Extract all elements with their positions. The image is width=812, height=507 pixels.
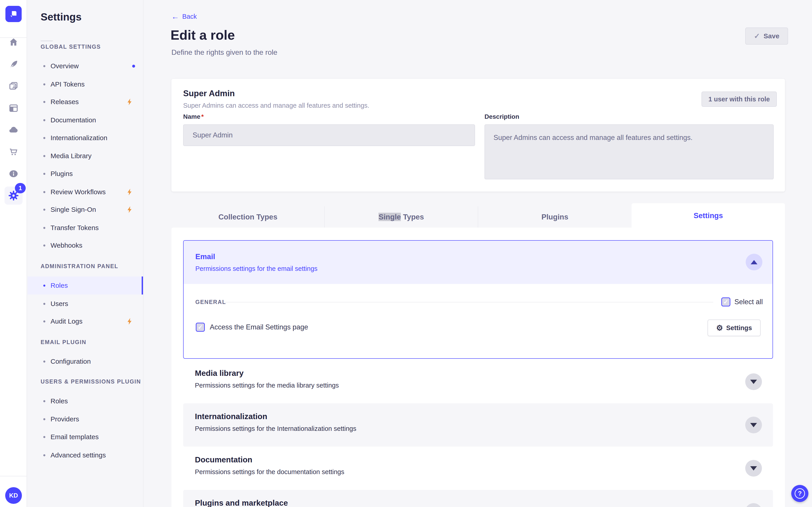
bullet-icon [43, 436, 45, 438]
section-header-administration-panel: ADMINISTRATION PANEL [41, 263, 118, 270]
sidebar-item-configuration[interactable]: Configuration [28, 352, 143, 371]
name-field-label: Name* [183, 113, 204, 120]
accordion-email-header[interactable]: Email Permissions settings for the email… [184, 241, 772, 284]
sidebar-item-plugins[interactable]: Plugins [28, 165, 143, 183]
sidebar-item-email-templates[interactable]: Email templates [28, 428, 143, 446]
sidebar-item-audit-logs[interactable]: Audit Logs [28, 312, 143, 330]
bullet-icon [43, 173, 45, 175]
bullet-icon [43, 454, 45, 456]
description-textarea[interactable]: Super Admins can access and manage all f… [485, 124, 774, 179]
description-field-label: Description [485, 113, 519, 120]
home-icon[interactable] [4, 33, 22, 51]
tab-single-types[interactable]: Single Types [325, 207, 478, 228]
accordion-plugins-marketplace[interactable]: Plugins and marketplace [183, 490, 773, 507]
marketplace-cart-icon[interactable] [4, 143, 22, 161]
strapi-logo-icon [9, 9, 18, 19]
lightning-icon [126, 98, 134, 105]
lightning-icon [126, 206, 134, 213]
accordion-media-library[interactable]: Media library Permissions settings for t… [183, 360, 773, 403]
role-name-heading: Super Admin [183, 89, 235, 98]
sidebar-item-roles-up[interactable]: Roles [28, 392, 143, 410]
bullet-icon [43, 321, 45, 323]
sidebar-item-providers[interactable]: Providers [28, 410, 143, 428]
expand-button[interactable] [745, 417, 762, 433]
bullet-icon [43, 191, 45, 193]
question-mark-icon: ? [795, 488, 805, 499]
information-icon[interactable] [4, 165, 22, 183]
permission-checkbox[interactable]: ✓ [196, 323, 205, 332]
subnav-divider [41, 41, 53, 41]
notification-dot-icon [132, 65, 135, 68]
bullet-icon [43, 65, 45, 67]
permission-label: Access the Email Settings page [210, 323, 308, 331]
bullet-icon [43, 227, 45, 229]
section-header-users-permissions-plugin: USERS & PERMISSIONS PLUGIN [41, 378, 141, 385]
accordion-email-subtitle: Permissions settings for the email setti… [195, 265, 317, 272]
bullet-icon [43, 360, 45, 362]
gear-icon: ⚙ [716, 324, 723, 332]
bullet-icon [43, 155, 45, 157]
tab-collection-types[interactable]: Collection Types [171, 207, 325, 228]
help-button[interactable]: ? [791, 485, 808, 502]
layout-icon[interactable] [4, 99, 22, 117]
sidebar-item-media-library[interactable]: Media Library [28, 147, 143, 165]
sidebar-item-advanced-settings[interactable]: Advanced settings [28, 446, 143, 464]
sidebar-item-releases[interactable]: Releases [28, 93, 143, 111]
strapi-logo[interactable] [5, 6, 22, 22]
bullet-icon [43, 400, 45, 402]
email-settings-button[interactable]: ⚙ Settings [708, 320, 761, 336]
users-with-role-button[interactable]: 1 user with this role [702, 92, 777, 107]
bullet-icon [43, 137, 45, 139]
required-asterisk: * [201, 113, 204, 120]
role-description-text: Super Admins can access and manage all f… [183, 102, 369, 109]
save-button[interactable]: ✓ Save [745, 27, 788, 45]
sidebar-item-review-workflows[interactable]: Review Workflows [28, 183, 143, 201]
chevron-down-icon [750, 466, 757, 470]
section-header-global-settings: GLOBAL SETTINGS [41, 44, 101, 50]
section-header-email-plugin: EMAIL PLUGIN [41, 339, 86, 345]
sidebar-item-roles-admin[interactable]: Roles [28, 277, 143, 294]
tab-plugins[interactable]: Plugins [478, 207, 631, 228]
expand-button[interactable] [745, 460, 762, 476]
icon-rail: 1 KD [0, 0, 27, 507]
sidebar-item-single-sign-on[interactable]: Single Sign-On [28, 201, 143, 219]
sidebar-item-documentation[interactable]: Documentation [28, 111, 143, 129]
accordion-documentation[interactable]: Documentation Permissions settings for t… [183, 447, 773, 490]
cloud-icon[interactable] [4, 121, 22, 139]
sidebar-item-transfer-tokens[interactable]: Transfer Tokens [28, 219, 143, 237]
rail-bottom-divider [0, 476, 27, 476]
content-type-builder-icon[interactable] [4, 55, 22, 73]
accordion-internationalization[interactable]: Internationalization Permissions setting… [183, 403, 773, 447]
back-link[interactable]: ← Back [171, 13, 197, 20]
select-all-control: ✓ Select all [721, 297, 763, 306]
sidebar-item-overview[interactable]: Overview [28, 57, 143, 75]
expand-button[interactable] [745, 503, 762, 507]
selected-text: Single [378, 213, 401, 221]
name-input[interactable]: Super Admin [183, 124, 475, 146]
select-all-checkbox[interactable]: ✓ [721, 297, 730, 306]
bullet-icon [43, 209, 45, 211]
page-subtitle: Define the rights given to the role [171, 48, 277, 57]
sidebar-item-internationalization[interactable]: Internationalization [28, 129, 143, 147]
bullet-icon [43, 303, 45, 305]
sidebar-item-users[interactable]: Users [28, 295, 143, 313]
expand-button[interactable] [745, 374, 762, 390]
subnav-title: Settings [41, 11, 82, 23]
sidebar-item-webhooks[interactable]: Webhooks [28, 236, 143, 255]
back-arrow-icon: ← [171, 13, 179, 20]
bullet-icon [43, 244, 45, 246]
chevron-down-icon [750, 423, 757, 427]
media-library-icon[interactable] [4, 77, 22, 95]
tab-settings[interactable]: Settings [631, 203, 785, 228]
settings-subnav: Settings GLOBAL SETTINGS Overview API To… [28, 0, 144, 507]
role-details-card: Super Admin Super Admins can access and … [171, 79, 785, 191]
user-avatar[interactable]: KD [5, 487, 22, 504]
chevron-up-icon [751, 260, 757, 264]
collapse-button[interactable] [746, 254, 762, 270]
sidebar-item-api-tokens[interactable]: API Tokens [28, 75, 143, 93]
bullet-icon [43, 418, 45, 420]
settings-permissions-panel: Email Permissions settings for the email… [171, 228, 785, 507]
permission-item: ✓ Access the Email Settings page [196, 323, 308, 332]
accordion-email-title: Email [195, 252, 215, 261]
lightning-icon [126, 188, 134, 195]
